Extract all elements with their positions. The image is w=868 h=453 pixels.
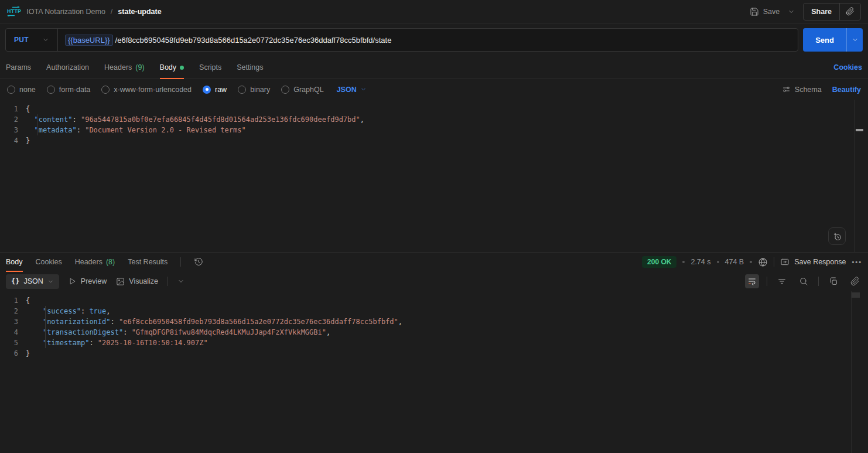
radio-raw-label: raw — [215, 86, 227, 94]
language-selected-label: JSON — [337, 86, 357, 94]
share-button-label: Share — [811, 8, 832, 16]
scrollbar-track[interactable] — [854, 100, 868, 252]
save-options-button[interactable] — [785, 6, 797, 18]
response-tab-body[interactable]: Body — [6, 253, 23, 271]
radio-binary[interactable]: binary — [238, 86, 270, 94]
response-time[interactable]: 2.74 s — [691, 258, 710, 266]
breadcrumb-request-name[interactable]: state-update — [118, 8, 161, 16]
body-type-row: none form-data x-www-form-urlencoded raw… — [0, 79, 868, 100]
tab-settings[interactable]: Settings — [237, 56, 263, 79]
response-tab-body-label: Body — [6, 258, 23, 266]
tab-authorization-label: Authorization — [46, 63, 89, 71]
beautify-button[interactable]: Beautify — [832, 86, 861, 94]
tab-body[interactable]: Body — [160, 56, 184, 79]
tab-params[interactable]: Params — [6, 56, 31, 79]
scrollbar-thumb[interactable] — [852, 292, 860, 298]
request-body-editor[interactable]: 1234 { "content": "96a5447815a0bf0e7efa6… — [0, 100, 868, 252]
http-icon-label: HTTP — [7, 9, 21, 14]
sliders-icon — [782, 85, 791, 94]
chevron-down-icon — [47, 278, 54, 285]
dot-separator — [682, 261, 685, 263]
divider — [818, 277, 819, 286]
response-header: Body Cookies Headers (8) Test Results 20… — [0, 252, 868, 271]
response-body-code[interactable]: { "success": true, "notarizationId": "e6… — [26, 295, 868, 453]
send-options-button[interactable] — [846, 28, 863, 52]
copy-link-button[interactable] — [839, 4, 860, 20]
more-options-button[interactable]: ••• — [852, 258, 862, 265]
http-request-icon: HTTP — [7, 6, 21, 16]
wrap-text-button[interactable] — [745, 274, 759, 288]
save-response-label: Save Response — [794, 258, 846, 266]
cookies-link[interactable]: Cookies — [833, 63, 862, 71]
indent-guide — [45, 306, 46, 348]
schema-button[interactable]: Schema — [782, 85, 822, 94]
tab-params-label: Params — [6, 63, 31, 71]
scrollbar-track[interactable] — [851, 291, 868, 453]
response-tab-test-results[interactable]: Test Results — [128, 253, 168, 271]
divider — [767, 277, 767, 286]
radio-icon — [281, 86, 289, 94]
filter-button[interactable] — [775, 274, 789, 288]
response-size[interactable]: 474 B — [725, 258, 744, 266]
play-icon — [69, 277, 77, 285]
scrollbar-thumb[interactable] — [856, 129, 863, 131]
copy-icon — [829, 277, 838, 286]
share-button[interactable]: Share — [804, 4, 839, 20]
url-variable-chip[interactable]: {{baseURL}} — [65, 35, 113, 46]
visualize-label: Visualize — [129, 277, 158, 285]
send-button-label: Send — [815, 36, 834, 45]
preview-button[interactable]: Preview — [69, 277, 107, 285]
tab-headers[interactable]: Headers (9) — [104, 56, 145, 79]
postbot-button[interactable] — [828, 227, 846, 245]
copy-response-button[interactable] — [826, 274, 840, 288]
send-split-button: Send — [803, 28, 863, 52]
url-input[interactable]: {{baseURL}} /e6f8ccb6950458fd9eb793d8a56… — [57, 29, 798, 51]
save-icon — [750, 7, 759, 16]
visualize-button[interactable]: Visualize — [116, 277, 158, 286]
radio-graphql[interactable]: GraphQL — [281, 86, 323, 94]
save-response-button[interactable]: Save Response — [780, 257, 846, 267]
send-button[interactable]: Send — [803, 28, 846, 52]
response-format-dropdown[interactable]: {} JSON — [6, 274, 59, 289]
search-button[interactable] — [797, 274, 811, 288]
json-braces-icon: {} — [11, 277, 19, 285]
chevron-down-icon[interactable] — [177, 278, 184, 285]
radio-raw[interactable]: raw — [203, 86, 227, 94]
topbar-actions: Save Share — [750, 3, 861, 21]
response-toolbar: {} JSON Preview Visualize — [0, 271, 868, 291]
chevron-down-icon — [42, 36, 49, 43]
schema-button-label: Schema — [795, 86, 822, 94]
response-headers-count-badge: (8) — [106, 258, 115, 266]
copy-response-link-button[interactable] — [848, 274, 862, 288]
tab-scripts[interactable]: Scripts — [199, 56, 221, 79]
request-tabs-bar: Params Authorization Headers (9) Body Sc… — [0, 56, 868, 79]
dot-separator — [750, 261, 752, 263]
tab-authorization[interactable]: Authorization — [46, 56, 89, 79]
save-button[interactable]: Save — [750, 7, 780, 16]
search-icon — [799, 277, 808, 286]
preview-label: Preview — [81, 277, 107, 285]
request-url-row: PUT {{baseURL}} /e6f8ccb6950458fd9eb793d… — [0, 23, 868, 56]
response-tabs: Body Cookies Headers (8) Test Results — [6, 253, 203, 271]
radio-none[interactable]: none — [7, 86, 36, 94]
radio-urlencoded[interactable]: x-www-form-urlencoded — [101, 86, 192, 94]
radio-icon — [101, 86, 110, 94]
response-tab-cookies[interactable]: Cookies — [36, 253, 62, 271]
body-type-options: none form-data x-www-form-urlencoded raw… — [7, 86, 367, 94]
response-body-editor[interactable]: 123456 { "success": true, "notarizationI… — [0, 291, 868, 453]
radio-selected-icon — [203, 86, 211, 94]
paperclip-icon — [850, 277, 860, 286]
network-globe-icon[interactable] — [758, 257, 768, 267]
history-icon[interactable] — [194, 257, 203, 267]
postbot-ai-icon — [832, 231, 842, 241]
response-tab-headers[interactable]: Headers (8) — [75, 253, 115, 271]
divider — [168, 277, 168, 286]
radio-form-data[interactable]: form-data — [47, 86, 91, 94]
url-path-text: /e6f8ccb6950458fd9eb793d8a566d15a2e0772d… — [115, 36, 392, 45]
breadcrumb-collection[interactable]: IOTA Notarization Demo — [26, 8, 105, 16]
status-badge: 200 OK — [642, 256, 676, 268]
request-body-code[interactable]: { "content": "96a5447815a0bf0e7efa66845f… — [26, 104, 868, 252]
chevron-down-icon — [852, 36, 859, 43]
language-selector[interactable]: JSON — [337, 86, 367, 94]
method-selector[interactable]: PUT — [6, 29, 57, 51]
